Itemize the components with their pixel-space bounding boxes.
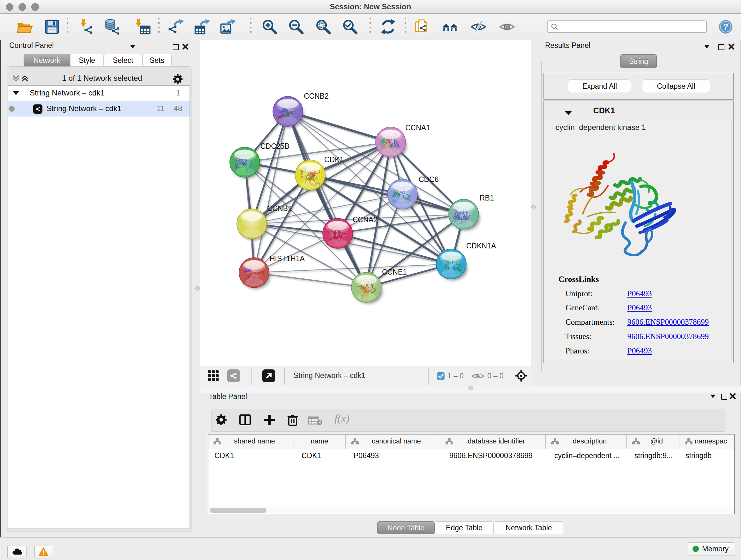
svg-text:HIST1H1A: HIST1H1A xyxy=(270,254,305,263)
svg-text:CDKN1A: CDKN1A xyxy=(466,242,496,250)
svg-text:CCNE1: CCNE1 xyxy=(382,268,407,276)
svg-text:RB1: RB1 xyxy=(480,194,494,202)
svg-text:CCNA2: CCNA2 xyxy=(353,215,378,224)
svg-text:CCNB2: CCNB2 xyxy=(304,92,329,100)
svg-text:CDK1: CDK1 xyxy=(324,155,344,164)
svg-text:CDC6: CDC6 xyxy=(419,175,439,184)
svg-text:CCNA1: CCNA1 xyxy=(405,124,430,132)
svg-text:?: ? xyxy=(723,22,729,32)
svg-text:CDC25B: CDC25B xyxy=(260,142,289,150)
svg-text:CCNB1: CCNB1 xyxy=(267,204,292,212)
